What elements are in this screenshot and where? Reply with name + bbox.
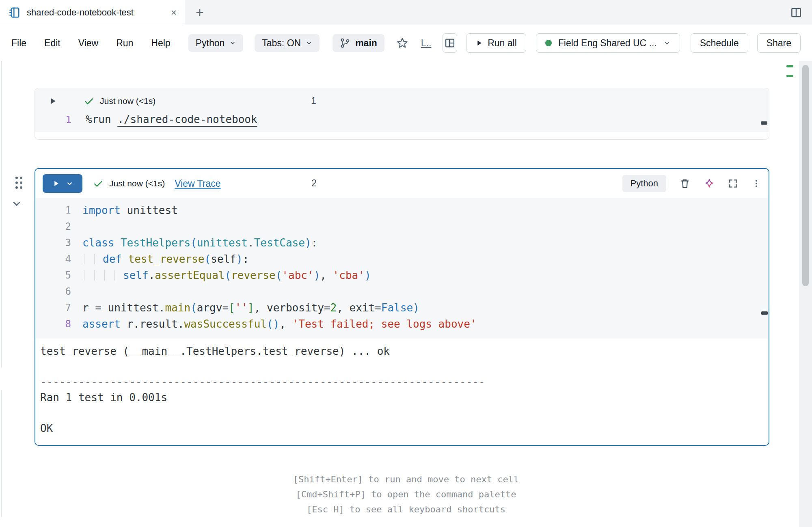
code-line[interactable]: 5self.assertEqual(reverse('abc'), 'cba')	[35, 267, 769, 283]
language-select-label: Python	[196, 38, 225, 49]
menu-item-edit[interactable]: Edit	[44, 38, 60, 49]
menu-item-view[interactable]: View	[78, 38, 98, 49]
split-view-icon[interactable]	[790, 6, 802, 19]
scrollbar-thumb[interactable]	[802, 65, 809, 286]
cluster-status-dot	[545, 40, 552, 46]
editor-resize-handle[interactable]	[761, 121, 767, 125]
kebab-menu-icon[interactable]	[752, 179, 761, 188]
cell-drag-handle-icon[interactable]	[13, 175, 24, 193]
chevron-down-icon	[229, 40, 236, 46]
code-token: :	[311, 237, 318, 249]
code-token: import	[82, 204, 121, 216]
expand-cell-icon[interactable]	[728, 178, 739, 189]
code-line[interactable]: 8assert r.result.wasSuccessful(), 'Test …	[35, 316, 769, 332]
last-edit-link[interactable]: L..	[421, 38, 432, 49]
code-token: ''	[235, 302, 248, 314]
code-token: ,	[279, 318, 292, 330]
editor-resize-handle[interactable]	[761, 311, 768, 315]
layout-toggle-button[interactable]	[443, 33, 457, 53]
git-branch-icon	[340, 38, 350, 48]
code-token: %run	[86, 113, 117, 125]
success-check-icon	[84, 96, 94, 106]
play-icon	[52, 180, 60, 187]
code-token: .	[248, 237, 254, 249]
indent-guide	[84, 254, 84, 264]
cell-collapse-chevron-icon[interactable]	[11, 198, 22, 211]
run-cell-icon[interactable]	[49, 97, 57, 105]
keyboard-shortcut-hints: [Shift+Enter] to run and move to next ce…	[0, 472, 812, 517]
code-text: class TestHelpers(unittest.TestCase):	[82, 237, 317, 249]
code-token: 2	[330, 302, 337, 314]
code-token: test_reverse	[128, 253, 205, 265]
code-line[interactable]: 2	[35, 218, 769, 235]
code-token: False	[381, 302, 413, 314]
assistant-sparkle-icon[interactable]	[704, 178, 715, 189]
code-token: unittest	[121, 204, 178, 216]
chevron-down-icon	[66, 180, 73, 187]
code-token: .	[149, 269, 155, 281]
tab-close-icon[interactable]: ×	[171, 8, 177, 17]
code-token: argv=	[197, 302, 229, 314]
toc-change-mark	[786, 65, 793, 67]
code-token: reverse	[231, 269, 276, 281]
code-line[interactable]: 6	[35, 283, 769, 300]
notebook-canvas: Just now (<1s) 1 1 %run ./shared-code-no…	[0, 61, 812, 517]
run-all-button[interactable]: Run all	[466, 33, 526, 53]
code-line[interactable]: 7r = unittest.main(argv=[''], verbosity=…	[35, 300, 769, 316]
code-token: (	[190, 237, 197, 249]
shortcut-hint: [Cmd+Shift+P] to open the command palett…	[0, 487, 812, 502]
view-trace-link[interactable]: View Trace	[175, 178, 220, 189]
output-line	[40, 407, 769, 422]
code-token	[122, 253, 128, 265]
cell-1-header: Just now (<1s) 1	[35, 88, 769, 111]
code-token: [	[229, 302, 235, 314]
share-button[interactable]: Share	[757, 33, 801, 53]
line-number: 8	[35, 318, 71, 330]
code-line[interactable]: %run ./shared-code-notebook	[86, 113, 257, 125]
chevron-down-icon	[663, 39, 671, 47]
git-branch-button[interactable]: main	[333, 34, 384, 52]
line-number: 3	[35, 237, 71, 248]
scrollbar-track[interactable]	[799, 61, 812, 527]
code-line[interactable]: 1import unittest	[35, 202, 769, 218]
indent-guide	[84, 270, 84, 281]
code-line[interactable]: 4def test_reverse(self):	[35, 251, 769, 267]
menu-item-file[interactable]: File	[11, 38, 26, 49]
cell-1-result-strip	[35, 132, 769, 139]
code-token: :	[242, 253, 249, 265]
code-text: def test_reverse(self):	[82, 253, 249, 265]
indent-guide	[94, 270, 95, 281]
cell-1-code-editor[interactable]: 1 %run ./shared-code-notebook	[35, 111, 769, 132]
notebook-toolbar: FileEditViewRunHelp Python Tabs: ON main…	[0, 25, 812, 61]
code-token: )	[314, 269, 320, 281]
menu-item-help[interactable]: Help	[151, 38, 170, 49]
line-number: 4	[35, 253, 71, 265]
cell-2-code-editor[interactable]: 1import unittest23class TestHelpers(unit…	[35, 198, 769, 339]
notebook-cell-1: Just now (<1s) 1 1 %run ./shared-code-no…	[35, 88, 769, 140]
menu-bar: FileEditViewRunHelp	[11, 38, 188, 49]
run-cell-split-button[interactable]	[43, 174, 82, 193]
tabs-toggle[interactable]: Tabs: ON	[255, 34, 320, 52]
notebook-path-link[interactable]: ./shared-code-notebook	[117, 113, 257, 125]
code-line[interactable]: 3class TestHelpers(unittest.TestCase):	[35, 235, 769, 251]
output-line: OK	[40, 422, 769, 438]
cell-run-status: Just now (<1s)	[109, 179, 165, 188]
schedule-button[interactable]: Schedule	[691, 33, 748, 53]
menu-item-run[interactable]: Run	[116, 38, 133, 49]
shortcut-hint: [Esc H] to see all keyboard shortcuts	[0, 502, 812, 517]
delete-cell-icon[interactable]	[679, 178, 691, 189]
success-check-icon	[93, 178, 104, 189]
code-token: TestCase	[254, 237, 305, 249]
cell-language-pill[interactable]: Python	[622, 175, 667, 192]
code-token: )	[365, 269, 371, 281]
code-token: class	[82, 237, 114, 249]
favorite-star-icon[interactable]	[396, 37, 409, 50]
code-token: wasSuccessful	[184, 318, 267, 330]
code-token: def	[103, 253, 122, 265]
new-tab-button[interactable]: +	[185, 0, 214, 25]
code-token: , verbosity=	[254, 302, 330, 314]
notebook-tab[interactable]: shared-code-notebook-test ×	[0, 0, 185, 25]
line-number: 6	[35, 286, 71, 297]
cluster-select[interactable]: Field Eng Shared UC ...	[536, 33, 680, 53]
language-select[interactable]: Python	[188, 34, 244, 52]
